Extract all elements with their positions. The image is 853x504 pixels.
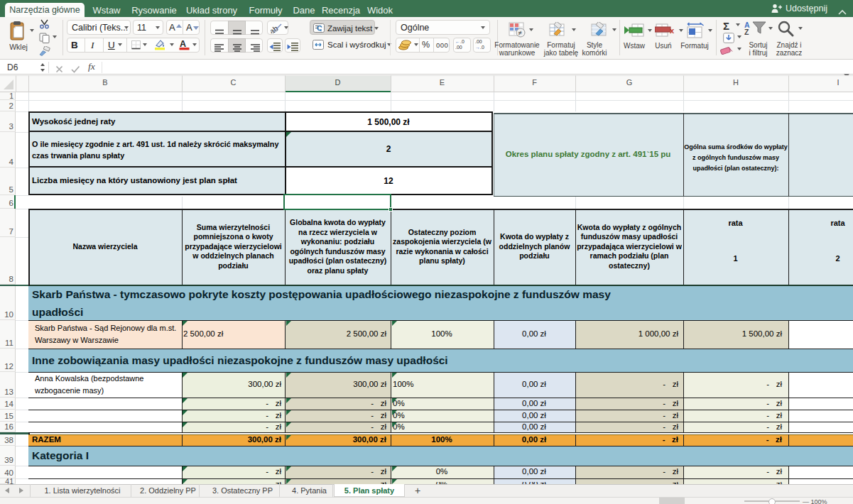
svg-text:A: A bbox=[180, 39, 186, 49]
svg-text:x: x bbox=[670, 26, 675, 35]
svg-text:≠: ≠ bbox=[518, 29, 523, 37]
svg-text:Z: Z bbox=[744, 28, 749, 36]
svg-text:ab: ab bbox=[271, 23, 280, 33]
